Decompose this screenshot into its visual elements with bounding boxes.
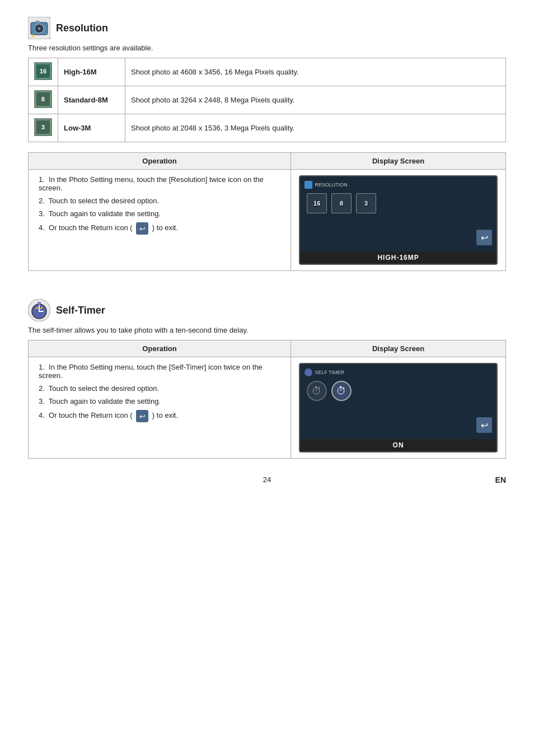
- self-timer-section: Self-Timer The self-timer allows you to …: [28, 299, 506, 459]
- resolution-desc: Three resolution settings are available.: [28, 44, 506, 52]
- svg-text:8: 8: [41, 96, 45, 102]
- op-header: Operation: [29, 153, 291, 170]
- st-op-header: Operation: [29, 340, 291, 357]
- table-row: 16 High-16M Shoot photo at 4608 x 3456, …: [29, 58, 506, 86]
- svg-text:↩: ↩: [139, 412, 146, 421]
- low-res-name: Low-3M: [58, 114, 125, 142]
- disp-icon-8: 8: [331, 193, 352, 213]
- return-icon: ↩: [136, 222, 148, 235]
- disp-timer-on: ⏱: [331, 381, 352, 401]
- self-timer-display-screen: SELF TIMER ⏱ ⏱: [299, 363, 498, 452]
- op-item-2: 2. Touch to select the desired option.: [36, 197, 283, 205]
- st-disp-return-icon: ↩: [476, 417, 492, 435]
- svg-text:⚡: ⚡: [31, 33, 36, 38]
- disp-icon-3: 3: [356, 193, 376, 213]
- resolution-op-table: Operation Display Screen 1. In the Photo…: [28, 152, 506, 271]
- self-timer-header: Self-Timer: [28, 299, 506, 321]
- op-item-3: 3. Touch again to validate the setting.: [36, 209, 283, 218]
- std-res-icon-cell: 8: [29, 86, 58, 114]
- svg-text:3: 3: [41, 124, 45, 130]
- svg-text:↩: ↩: [481, 233, 488, 242]
- self-timer-icons-row: ⏱ ⏱: [305, 381, 492, 401]
- st-disp-header: Display Screen: [291, 340, 506, 357]
- lang-badge: EN: [495, 475, 506, 484]
- disp-timer-off: ⏱: [307, 381, 327, 401]
- st-return-icon: ↩: [136, 410, 148, 422]
- svg-point-4: [38, 27, 40, 30]
- table-row: 8 Standard-8M Shoot photo at 3264 x 2448…: [29, 86, 506, 114]
- svg-rect-24: [38, 302, 41, 304]
- disp-icon-16: 16: [307, 193, 327, 213]
- disp-header: Display Screen: [291, 153, 506, 170]
- self-timer-op-table: Operation Display Screen 1. In the Photo…: [28, 340, 506, 459]
- self-timer-title: Self-Timer: [56, 305, 105, 316]
- std-res-name: Standard-8M: [58, 86, 125, 114]
- resolution-title: Resolution: [56, 22, 108, 34]
- page-number: 24: [263, 475, 271, 484]
- std-res-icon: 8: [34, 90, 52, 108]
- self-timer-icon: [28, 299, 50, 321]
- low-res-desc: Shoot photo at 2048 x 1536, 3 Mega Pixel…: [125, 114, 506, 142]
- resolution-header: ⚡ Resolution: [28, 17, 506, 39]
- std-res-desc: Shoot photo at 3264 x 2448, 8 Mega Pixel…: [125, 86, 506, 114]
- resolution-display-cell: RESOLUTION 16 8 3: [291, 170, 506, 271]
- resolution-table: 16 High-16M Shoot photo at 4608 x 3456, …: [28, 58, 506, 142]
- high-res-icon: 16: [34, 62, 52, 80]
- st-label-icon: [305, 368, 312, 376]
- st-op-list: 1. In the Photo Setting menu, touch the …: [36, 363, 283, 422]
- svg-text:↩: ↩: [139, 225, 146, 233]
- st-op-item-1: 1. In the Photo Setting menu, touch the …: [36, 363, 283, 380]
- st-op-item-4: 4. Or touch the Return icon ( ↩ ) to exi…: [36, 410, 283, 422]
- table-row: 3 Low-3M Shoot photo at 2048 x 1536, 3 M…: [29, 114, 506, 142]
- resolution-display-label: RESOLUTION: [305, 181, 492, 189]
- resolution-icon: ⚡: [28, 17, 50, 39]
- self-timer-operations-cell: 1. In the Photo Setting menu, touch the …: [29, 357, 291, 459]
- res-label-icon: [305, 181, 312, 189]
- self-timer-display-cell: SELF TIMER ⏱ ⏱: [291, 357, 506, 459]
- footer: 24 EN: [28, 475, 506, 484]
- self-timer-desc: The self-timer allows you to take photo …: [28, 326, 506, 334]
- op-item-1: 1. In the Photo Setting menu, touch the …: [36, 175, 283, 192]
- resolution-section: ⚡ Resolution Three resolution settings a…: [28, 17, 506, 271]
- disp-return-icon: ↩: [476, 230, 492, 247]
- svg-text:↩: ↩: [481, 421, 488, 430]
- st-op-item-2: 2. Touch to select the desired option.: [36, 384, 283, 393]
- divider-1: [28, 288, 506, 299]
- self-timer-display-label: SELF TIMER: [305, 368, 492, 376]
- high-res-desc: Shoot photo at 4608 x 3456, 16 Mega Pixe…: [125, 58, 506, 86]
- svg-rect-5: [35, 21, 40, 23]
- high-res-icon-cell: 16: [29, 58, 58, 86]
- low-res-icon: 3: [34, 118, 52, 136]
- svg-text:16: 16: [40, 68, 47, 74]
- op-item-4: 4. Or touch the Return icon ( ↩ ) to exi…: [36, 222, 283, 235]
- resolution-display-bottom: HIGH-16MP: [300, 251, 496, 264]
- resolution-display-screen: RESOLUTION 16 8 3: [299, 175, 498, 265]
- st-op-item-3: 3. Touch again to validate the setting.: [36, 397, 283, 405]
- resolution-icons-row: 16 8 3: [305, 193, 492, 213]
- op-list: 1. In the Photo Setting menu, touch the …: [36, 175, 283, 235]
- low-res-icon-cell: 3: [29, 114, 58, 142]
- resolution-operations-cell: 1. In the Photo Setting menu, touch the …: [29, 170, 291, 271]
- self-timer-display-bottom: ON: [300, 439, 496, 451]
- high-res-name: High-16M: [58, 58, 125, 86]
